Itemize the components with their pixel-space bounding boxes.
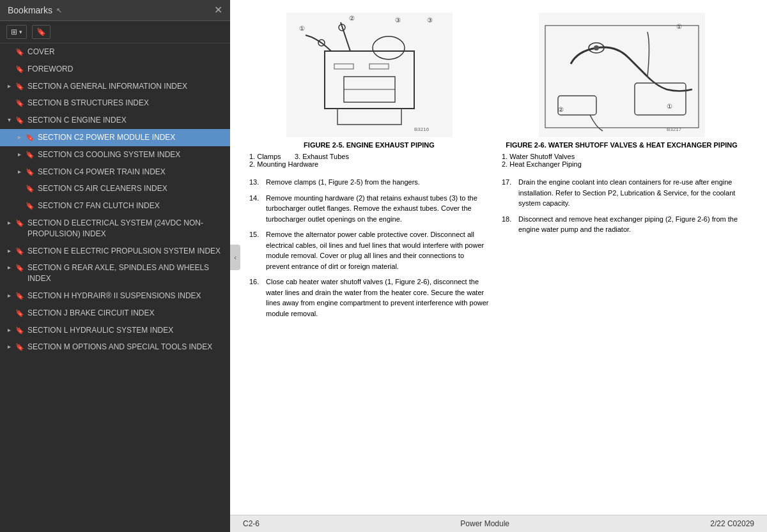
bookmark-section-d[interactable]: 🔖 SECTION D ELECTRICAL SYSTEM (24VDC NON… [0, 215, 230, 243]
step-15-num: 15. [249, 229, 262, 271]
expand-section-c[interactable] [4, 116, 14, 125]
grid-icon: ⊞ [11, 27, 17, 36]
svg-text:B3217: B3217 [667, 126, 682, 132]
step-14-num: 14. [249, 193, 262, 225]
left-column: ① ② ③ ③ B3216 [249, 13, 489, 502]
step-13-text: Remove clamps (1, Figure 2-5) from the h… [266, 177, 420, 188]
bookmark-section-c2[interactable]: 🔖 SECTION C2 POWER MODULE INDEX [0, 129, 230, 146]
bookmark-icon-section-g: 🔖 [15, 263, 24, 273]
bookmark-section-a[interactable]: 🔖 SECTION A GENERAL INFORMATION INDEX [0, 78, 230, 95]
main-content: ‹ [230, 0, 767, 532]
bookmark-icon-section-h: 🔖 [15, 291, 24, 301]
bookmark-label-foreword: FOREWORD [27, 64, 225, 75]
bookmark-label-section-c7: SECTION C7 FAN CLUTCH INDEX [38, 201, 225, 211]
step-18-text: Disconnect and remove heat exchanger pip… [518, 214, 741, 235]
bookmark-section-l[interactable]: 🔖 SECTION L HYDRAULIC SYSTEM INDEX [0, 322, 230, 339]
bookmark-label-section-d: SECTION D ELECTRICAL SYSTEM (24VDC NON-P… [27, 218, 225, 239]
step-15-text: Remove the alternator power cable protec… [266, 229, 489, 271]
expand-section-e[interactable] [4, 247, 14, 255]
expand-section-l[interactable] [4, 326, 14, 335]
bookmark-icon-section-m: 🔖 [15, 342, 24, 352]
expand-section-h[interactable] [4, 291, 14, 300]
bookmark-cover[interactable]: 🔖 COVER [0, 43, 230, 61]
bookmark-section-b[interactable]: 🔖 SECTION B STRUCTURES INDEX [0, 95, 230, 112]
cursor-icon: ↖ [56, 6, 62, 15]
figure-2-6-image: ① ② ① B3217 [539, 13, 705, 137]
bookmark-section-c5[interactable]: 🔖 SECTION C5 AIR CLEANERS INDEX [0, 180, 230, 197]
footer-section-title: Power Module [460, 519, 509, 528]
bookmark-section-c3[interactable]: 🔖 SECTION C3 COOLING SYSTEM INDEX [0, 146, 230, 163]
step-13: 13. Remove clamps (1, Figure 2-5) from t… [249, 177, 489, 188]
bookmark-icon-section-c4: 🔖 [26, 167, 35, 177]
chevron-left-icon: ‹ [234, 254, 236, 261]
steps-list-right: 17. Drain the engine coolant into clean … [502, 177, 741, 235]
step-17-num: 17. [502, 177, 515, 209]
step-15: 15. Remove the alternator power cable pr… [249, 229, 489, 271]
page-content: ① ② ③ ③ B3216 [230, 13, 767, 502]
bookmark-label-section-c5: SECTION C5 AIR CLEANERS INDEX [38, 183, 225, 194]
water-valve-diagram: ① ② ① B3217 [539, 13, 705, 137]
chevron-down-icon: ▾ [19, 29, 22, 35]
expand-section-a[interactable] [4, 82, 14, 91]
svg-rect-14 [539, 13, 705, 137]
view-options-button[interactable]: ⊞ ▾ [6, 25, 27, 39]
bookmarks-list: 🔖 COVER 🔖 FOREWORD 🔖 SECTION A GENERAL I… [0, 43, 230, 532]
bookmarks-title-label: Bookmarks [8, 5, 52, 15]
figure-2-5-caption: FIGURE 2-5. ENGINE EXHAUST PIPING [304, 141, 435, 149]
step-18: 18. Disconnect and remove heat exchanger… [502, 214, 741, 235]
step-14-text: Remove mounting hardware (2) that retain… [266, 193, 489, 225]
bookmark-section-j[interactable]: 🔖 SECTION J BRAKE CIRCUIT INDEX [0, 305, 230, 322]
bookmark-icon-section-d: 🔖 [15, 218, 24, 228]
bookmark-label-section-b: SECTION B STRUCTURES INDEX [27, 98, 225, 109]
bookmark-icon-section-c2: 🔖 [26, 133, 35, 142]
bookmark-section-c[interactable]: 🔖 SECTION C ENGINE INDEX [0, 112, 230, 129]
bookmark-section-c7[interactable]: 🔖 SECTION C7 FAN CLUTCH INDEX [0, 197, 230, 215]
bookmark-label-section-h: SECTION H HYDRAIR® II SUSPENSIONS INDEX [27, 291, 225, 301]
expand-section-m[interactable] [4, 342, 14, 351]
bookmark-section-m[interactable]: 🔖 SECTION M OPTIONS AND SPECIAL TOOLS IN… [0, 338, 230, 356]
svg-point-17 [594, 45, 599, 50]
bookmark-icon-section-c3: 🔖 [26, 150, 35, 160]
svg-text:③: ③ [427, 17, 433, 24]
bookmark-icon-section-e: 🔖 [15, 247, 24, 256]
bookmark-label-section-c4: SECTION C4 POWER TRAIN INDEX [38, 167, 225, 178]
engine-exhaust-diagram: ① ② ③ ③ B3216 [286, 13, 453, 137]
expand-section-c3[interactable] [14, 150, 24, 159]
bookmark-section-c4[interactable]: 🔖 SECTION C4 POWER TRAIN INDEX [0, 163, 230, 181]
svg-rect-0 [286, 13, 453, 137]
footer-page-number: C2-6 [243, 519, 260, 528]
sidebar-header: Bookmarks ↖ ✕ [0, 0, 230, 21]
bookmark-icon-section-a: 🔖 [15, 82, 24, 91]
bookmark-section-e[interactable]: 🔖 SECTION E ELECTRIC PROPULSION SYSTEM I… [0, 243, 230, 260]
bookmark-icon-cover: 🔖 [15, 47, 24, 57]
expand-section-g[interactable] [4, 263, 14, 272]
expand-section-c2[interactable] [14, 133, 24, 142]
expand-section-c4[interactable] [14, 167, 24, 176]
legend-line-2: 2. Mounting Hardware [249, 160, 318, 168]
bookmark-icon-foreword: 🔖 [15, 65, 24, 74]
fig2-legend-1: 1. Water Shutoff Valves [502, 153, 575, 160]
content-area: ‹ [230, 0, 767, 515]
svg-text:①: ① [676, 23, 682, 30]
bookmark-label-section-c2: SECTION C2 POWER MODULE INDEX [38, 132, 225, 143]
step-18-num: 18. [502, 214, 515, 235]
bookmark-icon-section-l: 🔖 [15, 326, 24, 335]
step-16-text: Close cab heater water shutoff valves (1… [266, 277, 489, 319]
figure-2-6-caption: FIGURE 2-6. WATER SHUTOFF VALVES & HEAT … [506, 141, 738, 149]
figure-2-6-block: ① ② ① B3217 FIGURE 2-6. WATER SHUTOFF VA… [502, 13, 741, 168]
bookmark-section-g[interactable]: 🔖 SECTION G REAR AXLE, SPINDLES AND WHEE… [0, 259, 230, 287]
bookmark-icon-section-j: 🔖 [15, 308, 24, 318]
sidebar-title: Bookmarks ↖ [8, 5, 62, 15]
bookmark-foreword[interactable]: 🔖 FOREWORD [0, 61, 230, 78]
expand-section-d[interactable] [4, 218, 14, 227]
bookmark-label-section-m: SECTION M OPTIONS AND SPECIAL TOOLS INDE… [27, 342, 225, 353]
bookmark-section-h[interactable]: 🔖 SECTION H HYDRAIR® II SUSPENSIONS INDE… [0, 287, 230, 305]
close-button[interactable]: ✕ [214, 5, 222, 15]
bookmark-icon-button[interactable]: 🔖 [32, 25, 50, 39]
step-16: 16. Close cab heater water shutoff valve… [249, 277, 489, 319]
step-17-text: Drain the engine coolant into clean cont… [518, 177, 741, 209]
bookmark-icon: 🔖 [36, 27, 46, 36]
bookmark-label-section-a: SECTION A GENERAL INFORMATION INDEX [27, 81, 225, 92]
fig2-legend-2: 2. Heat Exchanger Piping [502, 160, 582, 168]
collapse-sidebar-handle[interactable]: ‹ [230, 245, 240, 270]
